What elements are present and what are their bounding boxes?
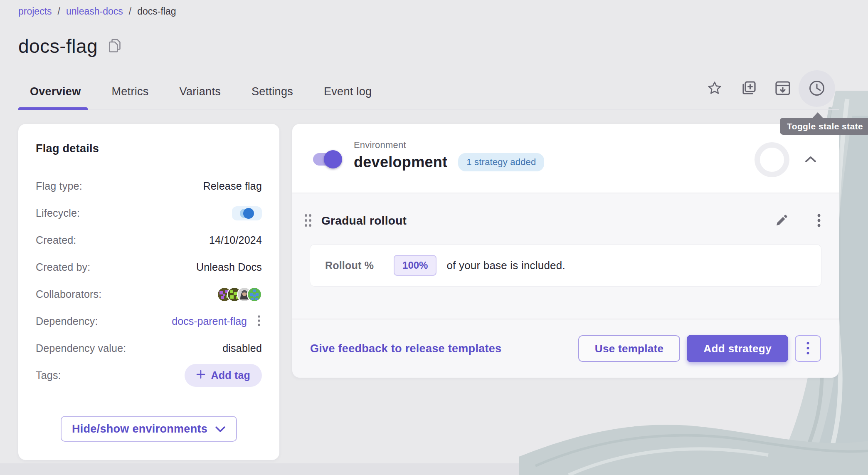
row-created-by: Created by: Unleash Docs (36, 254, 262, 281)
row-created: Created: 14/10/2024 (36, 227, 262, 254)
row-lifecycle: Lifecycle: (36, 200, 262, 227)
environment-titles: Environment development 1 strategy added (354, 140, 544, 171)
flag-details-rows: Flag type: Release flag Lifecycle: Creat… (36, 173, 262, 389)
page-header: docs-flag (18, 35, 123, 57)
rollout-percentage-chip: 100% (394, 255, 436, 276)
metrics-ring (755, 142, 789, 177)
rollout-label: Rollout % (325, 260, 374, 272)
row-label: Dependency: (36, 315, 98, 327)
dependency-link[interactable]: docs-parent-flag (172, 315, 247, 327)
row-label: Created by: (36, 261, 90, 273)
row-label: Created: (36, 234, 76, 246)
row-dependency: Dependency: docs-parent-flag (36, 308, 262, 335)
active-tab-indicator (18, 107, 88, 110)
tab-variants[interactable]: Variants (168, 79, 232, 104)
row-label: Tags: (36, 369, 61, 381)
copy-flag-button[interactable] (737, 77, 761, 101)
drag-dots-icon (303, 213, 313, 229)
row-tags: Tags: Add tag (36, 362, 262, 389)
environment-toggle[interactable] (313, 153, 340, 166)
row-dependency-value: Dependency value: disabled (36, 335, 262, 362)
add-tag-label: Add tag (211, 369, 250, 381)
tab-overview[interactable]: Overview (18, 79, 92, 104)
row-value: Release flag (203, 180, 262, 192)
breadcrumb-link-projects[interactable]: projects (18, 6, 52, 17)
plus-icon (196, 369, 205, 381)
strategy-section: Gradual rollout Rollout % 100% of your b… (292, 193, 839, 287)
breadcrumb: projects / unleash-docs / docs-flag (18, 6, 176, 17)
collapse-environment-button[interactable] (799, 148, 822, 171)
edit-strategy-button[interactable] (772, 210, 792, 232)
kebab-icon (816, 213, 821, 229)
environment-accordion: Environment development 1 strategy added… (292, 124, 839, 378)
toggle-thumb (324, 150, 342, 168)
tooltip: Toggle stale state (780, 118, 868, 135)
rollout-description: of your base is included. (446, 259, 565, 272)
kebab-icon (806, 341, 810, 356)
breadcrumb-separator: / (58, 6, 60, 17)
copy-flag-name-button[interactable] (107, 37, 123, 56)
strategy-menu-button[interactable] (813, 210, 825, 233)
strategy-header: Gradual rollout (310, 212, 821, 230)
chevron-down-icon (215, 423, 226, 435)
flag-actions-toolbar (703, 77, 829, 101)
use-template-button[interactable]: Use template (578, 335, 680, 362)
environment-label: Environment (354, 140, 544, 151)
collaborator-avatars (217, 287, 262, 302)
more-strategy-actions-button[interactable] (795, 335, 821, 362)
hide-show-environments-button[interactable]: Hide/show environments (61, 416, 237, 442)
drag-handle[interactable] (301, 211, 315, 231)
breadcrumb-current: docs-flag (137, 6, 176, 17)
environment-header: Environment development 1 strategy added (292, 124, 839, 193)
dependency-options-button[interactable] (256, 314, 262, 329)
archive-button[interactable] (771, 77, 795, 101)
breadcrumb-link-project[interactable]: unleash-docs (66, 6, 123, 17)
pencil-icon (775, 214, 788, 228)
row-collaborators: Collaborators: (36, 281, 262, 308)
environment-name: development (354, 153, 447, 171)
tab-metrics[interactable]: Metrics (100, 79, 160, 104)
strategy-count-badge: 1 strategy added (458, 153, 544, 171)
row-label: Dependency value: (36, 342, 126, 354)
dependency-cell: docs-parent-flag (172, 314, 262, 329)
toggle-stale-button[interactable] (799, 70, 835, 107)
page-title: docs-flag (18, 35, 98, 57)
hide-show-label: Hide/show environments (72, 423, 207, 435)
environment-footer: Give feedback to release templates Use t… (292, 319, 839, 378)
row-label: Lifecycle: (36, 207, 80, 219)
tabs-divider (18, 109, 839, 110)
kebab-icon (257, 314, 261, 328)
tooltip-caret (812, 112, 823, 118)
flag-details-title: Flag details (36, 142, 262, 155)
row-value: disabled (222, 342, 262, 354)
row-value: Unleash Docs (196, 261, 262, 273)
row-label: Collaborators: (36, 288, 101, 300)
flag-tabs: Overview Metrics Variants Settings Event… (18, 79, 391, 104)
row-label: Flag type: (36, 180, 82, 192)
copy-icon (108, 39, 121, 54)
lifecycle-stage-badge[interactable] (232, 206, 262, 220)
avatar (247, 287, 262, 302)
row-flag-type: Flag type: Release flag (36, 173, 262, 200)
breadcrumb-separator: / (129, 6, 131, 17)
tab-event-log[interactable]: Event log (312, 79, 383, 104)
favorite-button[interactable] (703, 77, 727, 101)
chevron-up-icon (804, 156, 817, 164)
clock-icon (808, 79, 826, 98)
lifecycle-icon-dot (243, 208, 254, 219)
copy-add-icon (740, 79, 757, 98)
row-value: 14/10/2024 (209, 234, 262, 246)
strategy-name: Gradual rollout (321, 214, 407, 228)
footer-actions: Use template Add strategy (578, 335, 821, 362)
release-templates-feedback-link[interactable]: Give feedback to release templates (310, 342, 501, 355)
tab-settings[interactable]: Settings (240, 79, 305, 104)
add-tag-button[interactable]: Add tag (185, 364, 262, 387)
archive-icon (774, 81, 791, 97)
star-icon (707, 80, 723, 97)
add-strategy-button[interactable]: Add strategy (687, 335, 788, 362)
rollout-summary: Rollout % 100% of your base is included. (310, 244, 821, 287)
flag-details-card: Flag details Flag type: Release flag Lif… (18, 124, 279, 460)
